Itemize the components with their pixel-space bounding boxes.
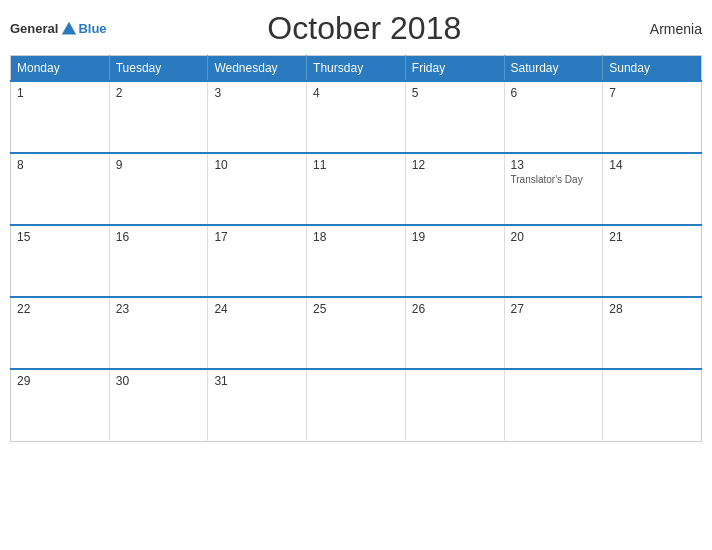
day-number: 2 (116, 86, 202, 100)
day-cell-4-4 (405, 369, 504, 441)
day-number: 12 (412, 158, 498, 172)
day-number: 29 (17, 374, 103, 388)
day-cell-4-0: 29 (11, 369, 110, 441)
day-number: 15 (17, 230, 103, 244)
weekday-header-row: Monday Tuesday Wednesday Thursday Friday… (11, 56, 702, 82)
day-number: 16 (116, 230, 202, 244)
day-number: 10 (214, 158, 300, 172)
day-number: 5 (412, 86, 498, 100)
header-friday: Friday (405, 56, 504, 82)
day-number: 8 (17, 158, 103, 172)
calendar-header: General Blue October 2018 Armenia (10, 10, 702, 47)
week-row-3: 15161718192021 (11, 225, 702, 297)
day-cell-0-2: 3 (208, 81, 307, 153)
day-cell-4-6 (603, 369, 702, 441)
day-number: 3 (214, 86, 300, 100)
day-cell-3-6: 28 (603, 297, 702, 369)
day-cell-1-5: 13Translator's Day (504, 153, 603, 225)
day-number: 20 (511, 230, 597, 244)
day-cell-0-6: 7 (603, 81, 702, 153)
day-cell-1-1: 9 (109, 153, 208, 225)
week-row-1: 1234567 (11, 81, 702, 153)
day-cell-1-6: 14 (603, 153, 702, 225)
day-cell-0-3: 4 (307, 81, 406, 153)
day-number: 31 (214, 374, 300, 388)
header-monday: Monday (11, 56, 110, 82)
week-row-4: 22232425262728 (11, 297, 702, 369)
day-number: 24 (214, 302, 300, 316)
day-cell-0-1: 2 (109, 81, 208, 153)
day-number: 30 (116, 374, 202, 388)
day-cell-2-3: 18 (307, 225, 406, 297)
calendar-title: October 2018 (267, 10, 461, 47)
day-cell-2-1: 16 (109, 225, 208, 297)
day-number: 14 (609, 158, 695, 172)
header-tuesday: Tuesday (109, 56, 208, 82)
day-number: 21 (609, 230, 695, 244)
logo-icon (60, 20, 78, 38)
day-cell-4-3 (307, 369, 406, 441)
country-name: Armenia (622, 21, 702, 37)
day-number: 11 (313, 158, 399, 172)
day-number: 13 (511, 158, 597, 172)
day-number: 26 (412, 302, 498, 316)
day-number: 6 (511, 86, 597, 100)
day-cell-2-6: 21 (603, 225, 702, 297)
day-cell-1-2: 10 (208, 153, 307, 225)
header-thursday: Thursday (307, 56, 406, 82)
header-wednesday: Wednesday (208, 56, 307, 82)
day-cell-3-2: 24 (208, 297, 307, 369)
day-cell-2-4: 19 (405, 225, 504, 297)
day-number: 27 (511, 302, 597, 316)
day-cell-0-5: 6 (504, 81, 603, 153)
day-number: 25 (313, 302, 399, 316)
day-cell-4-5 (504, 369, 603, 441)
day-number: 9 (116, 158, 202, 172)
day-cell-4-2: 31 (208, 369, 307, 441)
logo-general-text: General (10, 21, 58, 36)
header-saturday: Saturday (504, 56, 603, 82)
week-row-2: 8910111213Translator's Day14 (11, 153, 702, 225)
day-number: 28 (609, 302, 695, 316)
svg-marker-0 (62, 21, 76, 34)
day-number: 4 (313, 86, 399, 100)
day-cell-2-5: 20 (504, 225, 603, 297)
logo-blue-text: Blue (78, 21, 106, 36)
day-cell-2-0: 15 (11, 225, 110, 297)
day-cell-3-3: 25 (307, 297, 406, 369)
day-cell-0-0: 1 (11, 81, 110, 153)
header-sunday: Sunday (603, 56, 702, 82)
day-cell-3-0: 22 (11, 297, 110, 369)
day-number: 19 (412, 230, 498, 244)
day-cell-0-4: 5 (405, 81, 504, 153)
day-cell-1-3: 11 (307, 153, 406, 225)
day-number: 1 (17, 86, 103, 100)
day-cell-1-4: 12 (405, 153, 504, 225)
day-cell-2-2: 17 (208, 225, 307, 297)
day-number: 17 (214, 230, 300, 244)
day-cell-3-5: 27 (504, 297, 603, 369)
day-number: 18 (313, 230, 399, 244)
day-cell-3-1: 23 (109, 297, 208, 369)
day-cell-1-0: 8 (11, 153, 110, 225)
day-cell-4-1: 30 (109, 369, 208, 441)
day-number: 7 (609, 86, 695, 100)
day-cell-3-4: 26 (405, 297, 504, 369)
week-row-5: 293031 (11, 369, 702, 441)
logo: General Blue (10, 20, 107, 38)
calendar-table: Monday Tuesday Wednesday Thursday Friday… (10, 55, 702, 442)
day-number: 22 (17, 302, 103, 316)
day-number: 23 (116, 302, 202, 316)
holiday-text: Translator's Day (511, 174, 597, 185)
